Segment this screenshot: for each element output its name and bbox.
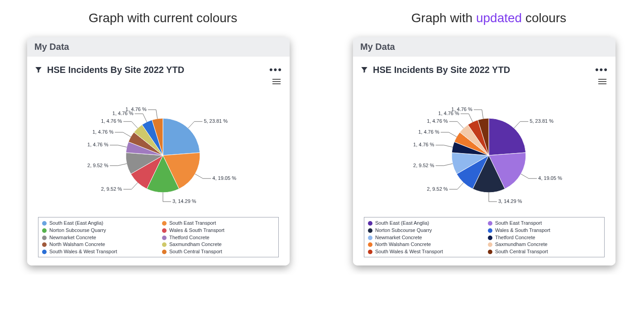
slice-label: 1, 4.76 %: [413, 142, 434, 147]
slice-label: 1, 4.76 %: [451, 106, 472, 112]
slice-label: 3, 14.29 %: [498, 198, 522, 204]
legend-label: Wales & South Transport: [495, 227, 550, 234]
slice-label: 3, 14.29 %: [172, 198, 196, 204]
caption-text: Graph with current colours: [89, 11, 237, 25]
card-updated: My Data HSE Incidents By Site 2022 YTD •…: [353, 37, 615, 265]
pie-chart[interactable]: 5, 23.81 %4, 19.05 %3, 14.29 %2, 9.52 %2…: [32, 87, 285, 214]
legend-swatch: [42, 242, 47, 247]
more-menu-icon[interactable]: •••: [595, 64, 608, 76]
slice-label: 1, 4.76 %: [125, 106, 146, 112]
legend-item[interactable]: South East (East Anglia): [368, 220, 481, 227]
slice-label: 2, 9.52 %: [427, 186, 448, 192]
legend-swatch: [488, 242, 492, 247]
legend-item[interactable]: South Wales & West Transport: [368, 249, 481, 255]
legend-swatch: [368, 242, 372, 247]
legend-swatch: [488, 236, 492, 240]
legend-label: South Central Transport: [169, 249, 222, 255]
legend-label: Saxmundham Concrete: [495, 241, 548, 248]
panel-header: My Data: [353, 37, 615, 57]
slice-label: 1, 4.76 %: [92, 129, 113, 135]
legend-item[interactable]: Saxmundham Concrete: [162, 241, 275, 248]
legend-item[interactable]: South Central Transport: [488, 249, 601, 255]
slice-label: 1, 4.76 %: [427, 118, 448, 124]
legend-label: South East Transport: [169, 220, 216, 227]
legend-item[interactable]: South East (East Anglia): [42, 220, 155, 227]
caption-updated: Graph with updated colours: [393, 9, 584, 29]
legend-swatch: [162, 228, 167, 233]
legend-label: South East (East Anglia): [49, 220, 103, 227]
legend-swatch: [42, 221, 47, 226]
chart-title: HSE Incidents By Site 2022 YTD: [373, 65, 591, 75]
legend-item[interactable]: Thetford Concrete: [162, 235, 275, 241]
caption-text: Graph with: [411, 11, 476, 25]
more-menu-icon[interactable]: •••: [269, 64, 282, 76]
legend-swatch: [162, 221, 167, 226]
pie-slice[interactable]: [163, 118, 200, 155]
filter-icon[interactable]: [34, 66, 43, 74]
legend-swatch: [42, 236, 47, 240]
legend-swatch: [488, 221, 492, 226]
legend-item[interactable]: South East Transport: [162, 220, 275, 227]
slice-label: 2, 9.52 %: [101, 186, 122, 192]
legend-swatch: [162, 250, 167, 254]
slice-label: 5, 23.81 %: [530, 118, 553, 124]
card-current: My Data HSE Incidents By Site 2022 YTD •…: [27, 37, 290, 265]
slice-label: 4, 19.05 %: [212, 175, 236, 181]
legend-label: North Walsham Concrete: [49, 241, 105, 248]
caption-text: colours: [522, 11, 566, 25]
legend: South East (East Anglia)South East Trans…: [364, 217, 605, 257]
legend-label: Saxmundham Concrete: [169, 241, 222, 248]
legend-label: Newmarket Concrete: [49, 235, 96, 241]
legend-swatch: [368, 236, 372, 240]
legend-item[interactable]: Wales & South Transport: [488, 227, 601, 234]
chart-menu-icon[interactable]: [272, 77, 281, 86]
chart-title: HSE Incidents By Site 2022 YTD: [47, 65, 265, 75]
legend-item[interactable]: Norton Subcourse Quarry: [42, 227, 155, 234]
legend-label: South Wales & West Transport: [49, 249, 117, 255]
legend-swatch: [368, 250, 372, 254]
legend: South East (East Anglia)South East Trans…: [38, 217, 279, 257]
caption-accent: updated: [476, 11, 522, 25]
slice-label: 2, 9.52 %: [87, 163, 108, 168]
panel-header: My Data: [27, 37, 290, 57]
caption-current: Graph with current colours: [71, 9, 255, 29]
legend-swatch: [42, 250, 47, 254]
legend-item[interactable]: South Central Transport: [162, 249, 275, 255]
slice-label: 1, 4.76 %: [87, 142, 108, 147]
legend-item[interactable]: Wales & South Transport: [162, 227, 275, 234]
chart-menu-icon[interactable]: [598, 77, 606, 86]
legend-label: Wales & South Transport: [169, 227, 224, 234]
pie-slice[interactable]: [489, 118, 526, 155]
legend-item[interactable]: South Wales & West Transport: [42, 249, 155, 255]
legend-swatch: [162, 236, 167, 240]
filter-icon[interactable]: [360, 66, 368, 74]
legend-item[interactable]: South East Transport: [488, 220, 601, 227]
slice-label: 1, 4.76 %: [101, 118, 122, 124]
legend-label: South Wales & West Transport: [375, 249, 443, 255]
legend-item[interactable]: Newmarket Concrete: [368, 235, 481, 241]
legend-swatch: [488, 250, 492, 254]
legend-label: South East (East Anglia): [375, 220, 429, 227]
legend-item[interactable]: North Walsham Concrete: [42, 241, 155, 248]
legend-item[interactable]: Norton Subcourse Quarry: [368, 227, 481, 234]
legend-label: South Central Transport: [495, 249, 548, 255]
legend-item[interactable]: Thetford Concrete: [488, 235, 601, 241]
legend-label: North Walsham Concrete: [375, 241, 431, 248]
slice-label: 2, 9.52 %: [413, 163, 434, 168]
slice-label: 5, 23.81 %: [204, 118, 228, 124]
legend-label: Norton Subcourse Quarry: [375, 227, 432, 234]
legend-label: Newmarket Concrete: [375, 235, 422, 241]
legend-label: Thetford Concrete: [495, 235, 535, 241]
legend-swatch: [162, 242, 167, 247]
legend-item[interactable]: Saxmundham Concrete: [488, 241, 601, 248]
legend-label: Thetford Concrete: [169, 235, 210, 241]
legend-label: Norton Subcourse Quarry: [49, 227, 106, 234]
legend-item[interactable]: Newmarket Concrete: [42, 235, 155, 241]
legend-label: South East Transport: [495, 220, 542, 227]
slice-label: 4, 19.05 %: [538, 175, 562, 181]
legend-item[interactable]: North Walsham Concrete: [368, 241, 481, 248]
legend-swatch: [368, 228, 372, 233]
legend-swatch: [42, 228, 47, 233]
slice-label: 1, 4.76 %: [418, 129, 439, 135]
pie-chart[interactable]: 5, 23.81 %4, 19.05 %3, 14.29 %2, 9.52 %2…: [358, 87, 611, 214]
